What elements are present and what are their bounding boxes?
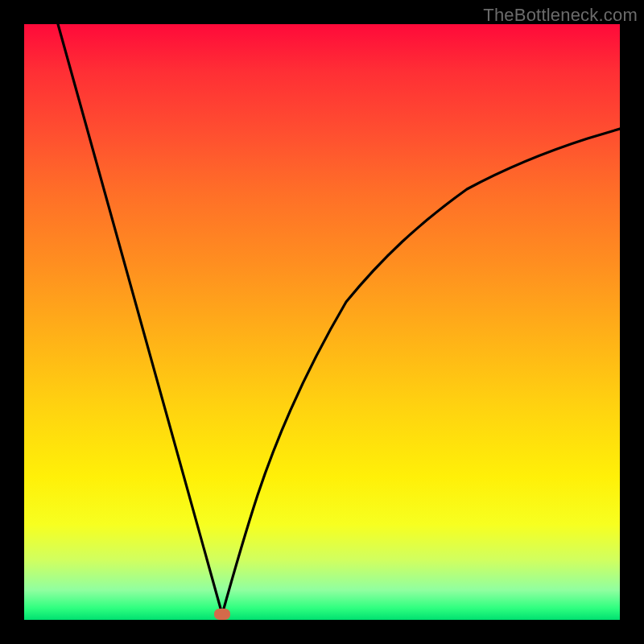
optimum-marker — [214, 609, 230, 620]
chart-frame — [24, 24, 620, 620]
curve-path — [58, 24, 620, 614]
bottleneck-curve — [24, 24, 620, 620]
watermark-text: TheBottleneck.com — [483, 5, 638, 26]
